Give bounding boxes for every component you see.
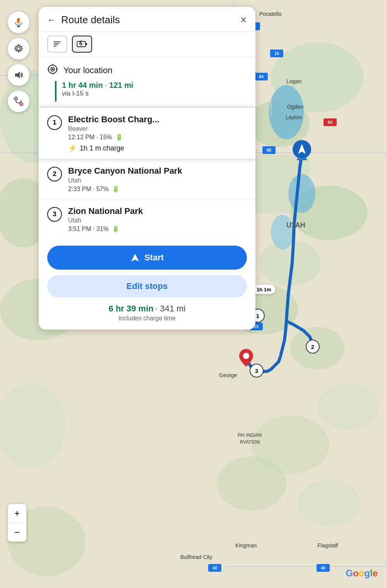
route-line-indicator	[55, 81, 57, 102]
close-button[interactable]: ✕	[240, 15, 247, 25]
svg-marker-53	[131, 254, 139, 262]
stop-sub-3: Utah	[68, 217, 247, 224]
map-label-george: George	[219, 372, 237, 378]
start-button[interactable]: Start	[47, 246, 247, 270]
hw-badge-15-top: 15	[270, 50, 283, 57]
stop-number-3: 3	[47, 207, 62, 222]
zoom-out-button[interactable]: −	[8, 523, 26, 542]
svg-point-17	[269, 85, 304, 139]
hw-badge-40-left: 40	[208, 564, 221, 572]
svg-point-33	[17, 47, 20, 50]
route-button[interactable]	[8, 91, 29, 112]
svg-marker-34	[15, 72, 20, 79]
charge-row-1: ⚡ 1h 1 m charge	[68, 144, 247, 152]
bolt-icon-1: ⚡	[68, 144, 77, 152]
route-time: 1 hr 44 min · 121 mi	[62, 81, 134, 90]
svg-point-8	[317, 383, 379, 429]
hw-badge-84-left: 84	[255, 73, 268, 80]
svg-point-48	[52, 68, 54, 70]
stop-detail-3: 3:51 PM · 31% 🔋	[68, 225, 247, 232]
filter-button[interactable]	[47, 36, 67, 53]
microphone-icon	[14, 17, 24, 27]
stop-sub-1: Beaver	[68, 125, 247, 132]
svg-rect-30	[17, 18, 20, 24]
svg-point-27	[243, 353, 249, 359]
stop-name-1: Electric Boost Charg...	[68, 115, 247, 125]
hw-badge-84-right: 84	[324, 118, 337, 126]
total-info: 6 hr 39 min · 341 mi Includes charge tim…	[47, 304, 247, 322]
stop-detail-2: 2:33 PM · 57% 🔋	[68, 185, 247, 193]
includes-charge-text: Includes charge time	[47, 315, 247, 322]
volume-icon	[14, 70, 24, 80]
total-dist: · 341 mi	[155, 304, 185, 313]
close-icon: ✕	[240, 15, 247, 25]
route-via: via I-15 s	[62, 90, 134, 97]
settings-button[interactable]	[8, 38, 29, 60]
back-button[interactable]: ←	[47, 15, 56, 25]
map-label-pai1: PAI INDIAN	[238, 432, 262, 438]
edit-stops-button[interactable]: Edit stops	[47, 275, 247, 297]
filter-icon	[53, 39, 62, 49]
stop-sub-2: Utah	[68, 177, 247, 184]
microphone-button[interactable]	[8, 12, 29, 33]
hw-badge-40-right: 40	[317, 564, 330, 572]
toolbar	[39, 32, 255, 57]
ev-icon	[77, 40, 87, 48]
total-time: 6 hr 39 min	[109, 304, 154, 313]
stop-item-3: 3 Zion National Park Utah 3:51 PM · 31% …	[39, 199, 255, 239]
map-label-kingman: Kingman	[235, 542, 257, 549]
stop-number-2: 2	[47, 167, 62, 181]
bottom-actions: Start Edit stops 6 hr 39 min · 341 mi In…	[39, 239, 255, 330]
volume-button[interactable]	[8, 64, 29, 86]
google-logo: Google	[346, 568, 378, 579]
map-label-logan: Logan	[286, 78, 301, 84]
ev-filter-button[interactable]	[72, 36, 92, 53]
nav-arrow	[293, 140, 311, 159]
svg-point-38	[21, 104, 22, 105]
svg-rect-44	[86, 43, 87, 45]
panel-title: Route details	[61, 14, 240, 26]
destination-pin	[238, 348, 254, 368]
zoom-in-button[interactable]: +	[8, 504, 26, 523]
stop-detail-1: 12:12 PM · 15% 🔋	[68, 133, 247, 141]
map-marker-2: 2	[306, 340, 320, 354]
your-location-label: Your location	[63, 65, 112, 75]
navigation-icon	[130, 253, 140, 262]
svg-point-19	[271, 215, 294, 250]
stop-number-1: 1	[47, 115, 62, 130]
stop-name-3: Zion National Park	[68, 206, 247, 216]
left-controls	[8, 12, 29, 112]
panel-header: ← Route details ✕	[39, 7, 255, 32]
map-label-utah: UTAH	[286, 221, 305, 229]
stop-item-1: 1 Electric Boost Charg... Beaver 12:12 P…	[39, 108, 255, 159]
svg-point-10	[217, 456, 286, 511]
svg-point-36	[15, 98, 17, 99]
map-label-pai2: RVATION	[240, 439, 260, 445]
zoom-controls: + −	[8, 504, 26, 542]
svg-point-11	[298, 480, 360, 526]
svg-point-18	[288, 174, 315, 213]
your-location-section: Your location 1 hr 44 min · 121 mi via I…	[39, 57, 255, 108]
stop-name-2: Bryce Canyon National Park	[68, 166, 247, 176]
stop-item-2: 2 Bryce Canyon National Park Utah 2:33 P…	[39, 159, 255, 199]
gear-icon	[14, 44, 24, 54]
map-label-bullhead: Bullhead City	[180, 554, 212, 560]
map-label-layton: Layton	[286, 114, 302, 120]
route-icon	[13, 96, 24, 107]
map-label-flagstaff: Flagstaff	[317, 542, 338, 549]
route-details-panel: ← Route details ✕	[39, 7, 255, 330]
location-dot-icon	[47, 64, 58, 77]
charge-text-1: 1h 1 m charge	[80, 144, 124, 152]
hw-badge-80-right: 80	[262, 146, 276, 154]
back-arrow-icon: ←	[47, 15, 56, 25]
map-label-ogden: Ogden	[287, 104, 303, 110]
map-label-pocatello: Pocatello	[259, 11, 282, 17]
